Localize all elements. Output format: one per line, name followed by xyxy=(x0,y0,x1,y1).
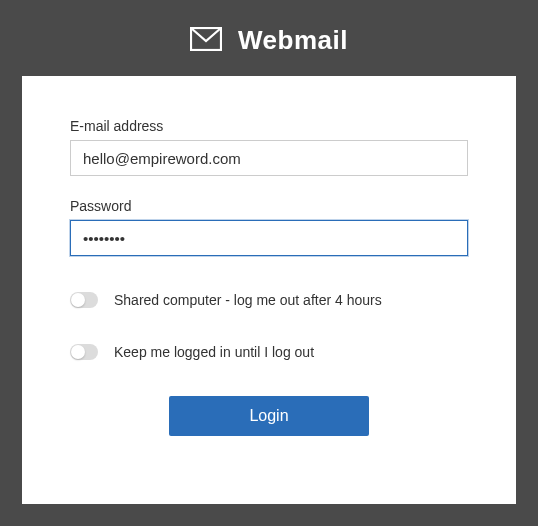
email-label: E-mail address xyxy=(70,118,468,134)
login-card: E-mail address Password Shared computer … xyxy=(22,76,516,504)
keep-logged-toggle[interactable] xyxy=(70,344,98,360)
keep-logged-row: Keep me logged in until I log out xyxy=(70,344,468,360)
mail-icon xyxy=(190,27,222,55)
toggle-section: Shared computer - log me out after 4 hou… xyxy=(70,292,468,360)
email-input[interactable] xyxy=(70,140,468,176)
shared-computer-toggle[interactable] xyxy=(70,292,98,308)
shared-computer-label: Shared computer - log me out after 4 hou… xyxy=(114,292,382,308)
app-title: Webmail xyxy=(238,25,348,56)
password-label: Password xyxy=(70,198,468,214)
app-header: Webmail xyxy=(0,0,538,76)
shared-computer-row: Shared computer - log me out after 4 hou… xyxy=(70,292,468,308)
password-input[interactable] xyxy=(70,220,468,256)
login-button[interactable]: Login xyxy=(169,396,369,436)
password-field-group: Password xyxy=(70,198,468,256)
email-field-group: E-mail address xyxy=(70,118,468,176)
keep-logged-label: Keep me logged in until I log out xyxy=(114,344,314,360)
